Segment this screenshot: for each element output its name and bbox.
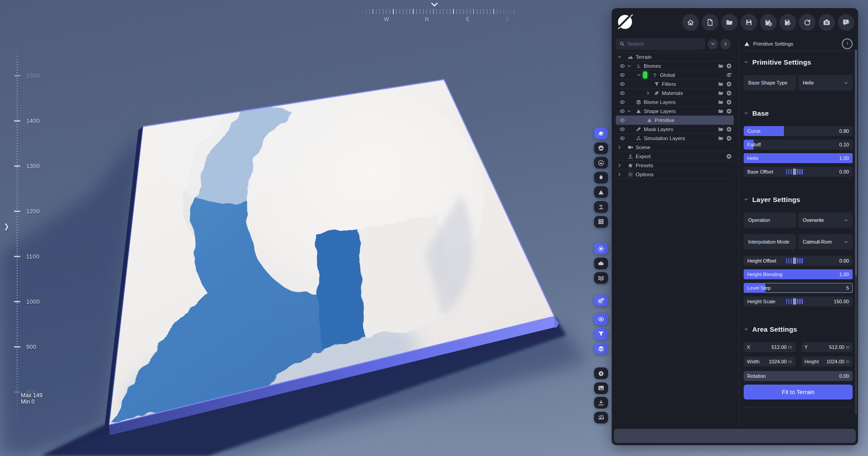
add-button[interactable] — [726, 90, 732, 96]
power-toggle-icon[interactable] — [842, 38, 853, 49]
viewport-tool-funnel-button[interactable] — [594, 328, 608, 340]
tree-item-materials[interactable]: Materials — [616, 89, 734, 98]
save-edit-button[interactable] — [779, 14, 796, 31]
viewport-tool-image-button[interactable] — [594, 382, 608, 394]
fit-to-terrain-button[interactable]: Fit to Terrain — [744, 385, 853, 400]
add-button[interactable] — [726, 99, 732, 105]
expand-chevron-down-icon[interactable] — [627, 108, 632, 113]
viewport-tool-grid-button[interactable] — [594, 216, 608, 228]
slider-falloff[interactable]: Falloff0.10 — [744, 140, 853, 150]
add-button[interactable] — [726, 63, 732, 69]
folder-button[interactable] — [718, 63, 724, 69]
tree-item-biome-layers[interactable]: Biome Layers — [616, 98, 734, 107]
visibility-eye-icon[interactable] — [619, 117, 625, 123]
expand-chevron-right-icon[interactable] — [646, 90, 651, 95]
tree-item-export[interactable]: Export — [616, 152, 734, 161]
search-collapse-button[interactable] — [708, 39, 718, 49]
visibility-eye-icon[interactable] — [619, 81, 625, 87]
dial-scrubber[interactable] — [786, 298, 803, 305]
tree-item-presets[interactable]: Presets — [616, 161, 734, 170]
save-button[interactable] — [741, 14, 757, 31]
viewport-tool-eye-button[interactable] — [594, 313, 608, 325]
screenshot-button[interactable] — [818, 14, 835, 31]
app-logo-icon[interactable] — [617, 14, 633, 30]
save-plus-button[interactable] — [760, 14, 777, 31]
tree-item-simulation-layers[interactable]: Simulation Layers — [616, 134, 734, 143]
slider-height-scale[interactable]: Height Scale150.00 — [744, 296, 853, 306]
search-input[interactable] — [627, 41, 702, 47]
add-button[interactable] — [726, 81, 732, 87]
visibility-eye-icon[interactable] — [619, 135, 625, 141]
slider-helix[interactable]: Helix1.00 — [744, 153, 853, 163]
slider-curve[interactable]: Curve0.80 — [744, 126, 853, 136]
visibility-eye-icon[interactable] — [619, 63, 625, 69]
folder-button[interactable] — [718, 108, 724, 114]
tree-item-global[interactable]: Global — [616, 71, 734, 80]
viewport-tool-waves-button[interactable] — [594, 272, 608, 284]
viewport-tool-island-button[interactable] — [594, 201, 608, 213]
expand-chevron-right-icon[interactable] — [617, 145, 622, 150]
dial-scrubber[interactable] — [786, 258, 803, 264]
open-folder-button[interactable] — [721, 14, 738, 31]
search-box[interactable] — [616, 38, 705, 50]
add-button[interactable] — [726, 135, 732, 141]
dropdown-select[interactable]: Catmull-Rom — [798, 234, 853, 249]
add-button[interactable] — [726, 108, 732, 114]
viewport-tool-download-button[interactable] — [594, 397, 608, 409]
field-y[interactable]: Y512.00m — [802, 342, 853, 352]
tree-item-biomes[interactable]: Biomes — [616, 61, 734, 71]
folder-button[interactable] — [718, 90, 724, 96]
visibility-eye-icon[interactable] — [619, 108, 625, 114]
slider-level-step[interactable]: Level Step5 — [744, 283, 853, 293]
field-height[interactable]: Height1024.00m — [802, 357, 853, 367]
inspector-scrollbar[interactable] — [855, 50, 857, 414]
viewport-tool-terrain-sphere-button[interactable] — [594, 142, 608, 154]
viewport-tool-sun-button[interactable] — [594, 243, 608, 254]
expand-chevron-down-icon[interactable] — [617, 55, 622, 60]
tree-item-shape-layers[interactable]: Shape Layers — [616, 107, 734, 116]
help-button[interactable]: ? — [838, 14, 854, 31]
visibility-eye-icon[interactable] — [619, 99, 625, 105]
section-header-base[interactable]: Base — [744, 109, 853, 117]
section-header-area-settings[interactable]: Area Settings — [744, 325, 853, 333]
expand-chevron-down-icon[interactable] — [637, 72, 642, 77]
viewport-tool-flame-button[interactable] — [594, 172, 608, 183]
folder-button[interactable] — [718, 126, 724, 132]
home-button[interactable] — [682, 14, 699, 31]
slider-rotation[interactable]: Rotation0.00 — [744, 371, 853, 381]
tree-item-filters[interactable]: Filters — [616, 80, 734, 89]
layers-add-button[interactable] — [726, 72, 732, 78]
tree-item-primitive[interactable]: Primitive — [616, 116, 734, 125]
add-button[interactable] — [726, 153, 732, 159]
viewport-tool-terrain-sphere-outline-button[interactable] — [594, 157, 608, 169]
dropdown-select[interactable]: Overwrite — [798, 212, 853, 228]
add-button[interactable] — [726, 126, 732, 132]
viewport-tool-cloud-button[interactable] — [594, 258, 608, 269]
slider-base-offset[interactable]: Base Offset0.00 — [744, 167, 853, 177]
visibility-eye-icon[interactable] — [619, 126, 625, 132]
folder-button[interactable] — [718, 135, 724, 141]
dial-scrubber[interactable] — [786, 169, 803, 175]
search-next-button[interactable] — [720, 39, 731, 49]
viewport-tool-chart-button[interactable] — [594, 412, 608, 423]
viewport-tool-record-button[interactable] — [594, 367, 608, 379]
viewport-tool-mountain-button[interactable] — [594, 186, 608, 198]
expand-chevron-down-icon[interactable] — [627, 63, 632, 68]
new-file-button[interactable] — [702, 14, 718, 31]
expand-chevron-right-icon[interactable] — [617, 172, 622, 177]
slider-height-offset[interactable]: Height Offset0.00 — [744, 256, 853, 266]
field-width[interactable]: Width1024.00m — [744, 357, 795, 367]
folder-button[interactable] — [718, 81, 724, 87]
viewport-tool-planet-button[interactable] — [594, 127, 608, 139]
field-x[interactable]: X512.00m — [744, 342, 795, 352]
rebuild-button[interactable] — [799, 14, 816, 31]
viewport-tool-layers-button[interactable] — [594, 343, 608, 354]
viewport-tool-gears-button[interactable] — [594, 295, 608, 306]
slider-height-blending[interactable]: Height Blending1.00 — [744, 269, 853, 279]
section-header-layer-settings[interactable]: Layer Settings — [744, 196, 853, 203]
tree-item-options[interactable]: Options — [616, 170, 734, 179]
tree-item-terrain[interactable]: Terrain — [616, 52, 734, 61]
left-panel-expander-chevron[interactable]: ❯ — [4, 222, 9, 230]
visibility-eye-icon[interactable] — [619, 90, 625, 96]
tree-item-mask-layers[interactable]: Mask Layers — [616, 125, 734, 134]
